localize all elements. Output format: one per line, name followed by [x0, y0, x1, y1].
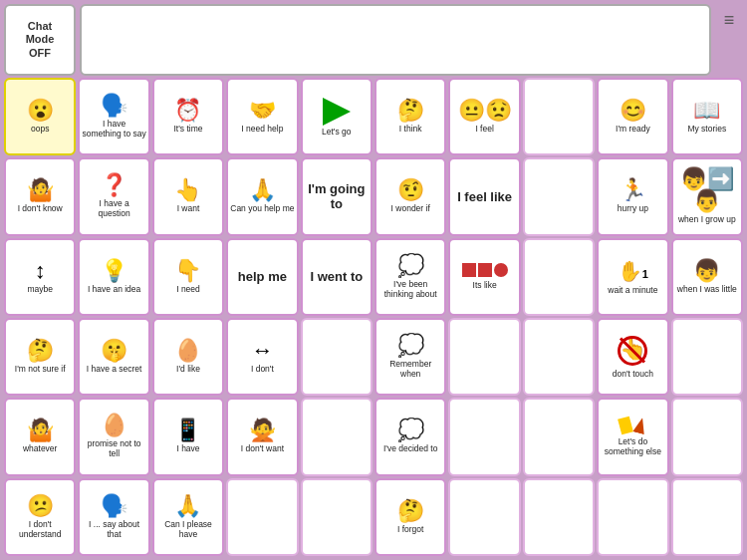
cell-whatever[interactable]: 🤷 whatever — [4, 398, 76, 475]
cell-empty-8 — [301, 398, 373, 475]
i-have-label: I have — [176, 443, 199, 453]
its-time-icon: ⏰ — [174, 100, 201, 122]
hurry-up-icon: 🏃 — [620, 179, 646, 201]
help-me-text: help me — [238, 269, 287, 285]
i-dont-want-icon: 🙅 — [249, 420, 276, 441]
cell-im-ready[interactable]: 😊 I'm ready — [597, 78, 668, 155]
i-dont-label: I don't — [251, 364, 274, 374]
cell-i-dont-understand[interactable]: 😕 I don't understand — [4, 478, 76, 556]
cell-i-went-to[interactable]: I went to — [301, 238, 373, 316]
cell-i-think[interactable]: 🤔 I think — [374, 78, 446, 155]
cell-im-not-sure-if[interactable]: 🤔 I'm not sure if — [4, 318, 76, 396]
cell-when-i-was-little[interactable]: 👦 when I was little — [671, 238, 743, 316]
cell-my-stories[interactable]: 📖 My stories — [671, 78, 743, 155]
cell-ive-decided-to[interactable]: 💭 I've decided to — [374, 398, 446, 475]
cell-i-have-an-idea[interactable]: 💡 I have an idea — [78, 238, 149, 316]
cell-empty-1 — [523, 78, 595, 155]
cell-lets-go[interactable]: Let's go — [301, 78, 373, 155]
i-forgot-icon: 🤔 — [397, 500, 424, 522]
i-say-about-that-icon: 🗣️ — [101, 495, 127, 517]
cell-id-like[interactable]: 🥚 I'd like — [152, 318, 224, 396]
dont-touch-label: don't touch — [613, 369, 653, 379]
cell-i-dont-know[interactable]: 🤷 I don't know — [4, 157, 76, 235]
cell-i-have-a-question[interactable]: ❓ I have a question — [78, 157, 149, 235]
cell-its-time[interactable]: ⏰ It's time — [152, 78, 224, 155]
i-have-a-secret-icon: 🤫 — [101, 340, 127, 362]
cell-when-i-grow-up[interactable]: 👦➡️👨 when I grow up — [671, 157, 743, 235]
cell-maybe[interactable]: ↕️ maybe — [4, 238, 76, 316]
thinking-about-label: I've been thinking about — [378, 279, 442, 299]
cell-empty-4 — [301, 318, 373, 396]
cell-i-feel[interactable]: 😐😟 I feel — [448, 78, 520, 155]
i-forgot-label: I forgot — [397, 524, 423, 534]
i-went-to-text: I went to — [310, 269, 363, 285]
cell-i-have[interactable]: 📱 I have — [152, 398, 224, 475]
i-wonder-if-label: I wonder if — [391, 203, 430, 213]
cell-i-forgot[interactable]: 🤔 I forgot — [374, 478, 446, 556]
i-have-icon: 📱 — [174, 420, 201, 441]
ive-decided-to-icon: 💭 — [397, 420, 424, 441]
can-i-please-have-icon: 🙏 — [174, 495, 201, 517]
i-have-a-question-label: I have a question — [82, 198, 145, 218]
app-container: ChatModeOFF ≡ 😮 oops 🗣️ I have something… — [0, 0, 747, 560]
menu-button[interactable]: ≡ — [715, 4, 743, 76]
cell-i-wonder-if[interactable]: 🤨 I wonder if — [374, 157, 446, 235]
cell-wait-a-minute[interactable]: ✋1 wait a minute — [597, 238, 668, 316]
lets-go-arrow — [323, 98, 351, 126]
im-ready-icon: 😊 — [620, 100, 646, 122]
cell-i-feel-like[interactable]: I feel like — [448, 157, 520, 235]
i-have-an-idea-icon: 💡 — [101, 260, 127, 282]
cell-i-need[interactable]: 👇 I need — [152, 238, 224, 316]
thinking-about-icon: 💭 — [397, 255, 424, 277]
cell-i-dont[interactable]: ↔️ I don't — [226, 318, 298, 396]
cell-lets-do-something-else[interactable]: Let's do something else — [597, 398, 668, 475]
i-dont-want-label: I don't want — [241, 443, 284, 453]
id-like-label: I'd like — [176, 364, 200, 374]
maybe-icon: ↕️ — [35, 260, 46, 282]
promise-not-to-tell-label: promise not to tell — [82, 438, 145, 458]
cell-i-have-a-secret[interactable]: 🤫 I have a secret — [78, 318, 149, 396]
cell-i-say-about-that[interactable]: 🗣️ I ... say about that — [78, 478, 149, 556]
cell-can-i-please-have[interactable]: 🙏 Can I please have — [152, 478, 224, 556]
cell-i-want[interactable]: 👆 I want — [152, 157, 224, 235]
cell-hurry-up[interactable]: 🏃 hurry up — [597, 157, 668, 235]
cell-its-like[interactable]: Its like — [448, 238, 520, 316]
cell-ive-been-thinking-about[interactable]: 💭 I've been thinking about — [374, 238, 446, 316]
lets-do-something-else-label: Let's do something else — [601, 436, 664, 456]
i-wonder-if-icon: 🤨 — [397, 179, 424, 201]
i-need-help-label: I need help — [241, 124, 283, 134]
cell-empty-11 — [671, 398, 743, 475]
i-dont-understand-label: I don't understand — [8, 519, 72, 539]
cell-i-dont-want[interactable]: 🙅 I don't want — [226, 398, 298, 475]
i-dont-know-icon: 🤷 — [27, 179, 54, 201]
oops-label: oops — [31, 124, 49, 134]
something-to-say-label: I have something to say — [82, 119, 145, 139]
its-like-icon — [462, 263, 508, 277]
cell-remember-when[interactable]: 💭 Remember when — [374, 318, 446, 396]
im-not-sure-if-label: I'm not sure if — [15, 364, 66, 374]
wait-a-minute-icon: ✋1 — [618, 259, 648, 283]
i-need-help-icon: 🤝 — [249, 100, 276, 122]
cell-oops[interactable]: 😮 oops — [4, 78, 76, 155]
hurry-up-label: hurry up — [618, 203, 648, 213]
cell-help-me[interactable]: help me — [226, 238, 298, 316]
id-like-icon: 🥚 — [174, 340, 201, 362]
i-say-about-that-label: I ... say about that — [82, 519, 145, 539]
can-you-help-me-label: Can you help me — [230, 203, 294, 213]
im-going-to-text: I'm going to — [305, 181, 369, 212]
cell-im-going-to[interactable]: I'm going to — [301, 157, 373, 235]
cell-empty-9 — [448, 398, 520, 475]
cell-i-need-help[interactable]: 🤝 I need help — [226, 78, 298, 155]
my-stories-icon: 📖 — [693, 100, 720, 122]
cell-i-have-something-to-say[interactable]: 🗣️ I have something to say — [78, 78, 149, 155]
its-like-label: Its like — [473, 280, 497, 290]
chat-mode-button[interactable]: ChatModeOFF — [4, 4, 76, 76]
cell-promise-not-to-tell[interactable]: 🥚 promise not to tell — [78, 398, 149, 475]
cell-dont-touch[interactable]: 👆 don't touch — [597, 318, 668, 396]
i-feel-label: I feel — [475, 124, 493, 134]
maybe-label: maybe — [27, 284, 53, 294]
i-think-label: I think — [399, 124, 422, 134]
chat-mode-label: ChatModeOFF — [26, 20, 55, 60]
whatever-icon: 🤷 — [27, 420, 54, 441]
cell-can-you-help-me[interactable]: 🙏 Can you help me — [226, 157, 298, 235]
